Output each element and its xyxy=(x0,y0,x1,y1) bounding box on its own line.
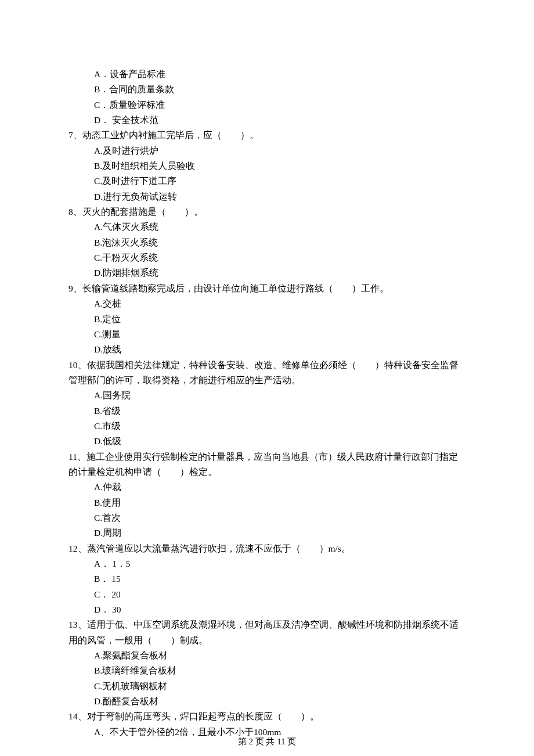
q9-option-b: B.定位 xyxy=(68,312,466,327)
page-footer: 第 2 页 共 11 页 xyxy=(0,735,534,750)
q8-option-d: D.防烟排烟系统 xyxy=(68,265,466,280)
q7-option-b: B.及时组织相关人员验收 xyxy=(68,159,466,174)
q12-option-a: A． 1．5 xyxy=(68,556,466,571)
q11-option-d: D.周期 xyxy=(68,525,466,541)
q11-option-a: A.仲裁 xyxy=(68,480,466,495)
q13-option-d: D.酚醛复合板材 xyxy=(68,694,466,709)
q10-option-d: D.低级 xyxy=(68,434,466,449)
q12-option-b: B． 15 xyxy=(68,571,466,586)
q8-option-c: C.干粉灭火系统 xyxy=(68,250,466,265)
q6-option-d: D． 安全技术范 xyxy=(68,113,466,128)
q13-stem: 13、适用于低、中压空调系统及潮湿环境，但对高压及洁净空调、酸碱性环境和防排烟系… xyxy=(68,617,466,648)
q11-stem: 11、施工企业使用实行强制检定的计量器具，应当向当地县（市）级人民政府计量行政部… xyxy=(68,449,466,480)
q8-option-b: B.泡沫灭火系统 xyxy=(68,235,466,250)
q12-stem: 12、蒸汽管道应以大流量蒸汽进行吹扫，流速不应低于（ ）m/s。 xyxy=(68,541,466,556)
q10-option-c: C.市级 xyxy=(68,419,466,434)
q12-option-c: C． 20 xyxy=(68,587,466,602)
q7-option-a: A.及时进行烘炉 xyxy=(68,143,466,159)
q9-option-a: A.交桩 xyxy=(68,296,466,311)
q9-stem: 9、长输管道线路勘察完成后，由设计单位向施工单位进行路线（ ）工作。 xyxy=(68,281,466,296)
q9-option-d: D.放线 xyxy=(68,342,466,357)
q13-option-a: A.聚氨酯复合板材 xyxy=(68,648,466,663)
q10-option-a: A.国务院 xyxy=(68,388,466,403)
q10-stem: 10、依据我国相关法律规定，特种设备安装、改造、维修单位必须经（ ）特种设备安全… xyxy=(68,358,466,388)
q6-option-b: B．合同的质量条款 xyxy=(68,82,466,97)
q8-option-a: A.气体灭火系统 xyxy=(68,219,466,235)
q11-option-c: C.首次 xyxy=(68,510,466,525)
q9-option-c: C.测量 xyxy=(68,327,466,342)
q6-option-c: C．质量验评标准 xyxy=(68,98,466,113)
q11-option-b: B.使用 xyxy=(68,495,466,510)
q7-stem: 7、动态工业炉内衬施工完毕后，应（ ）。 xyxy=(68,128,466,143)
document-page: A．设备产品标准 B．合同的质量条款 C．质量验评标准 D． 安全技术范 7、动… xyxy=(0,0,534,756)
q7-option-d: D.进行无负荷试运转 xyxy=(68,189,466,204)
q8-stem: 8、灭火的配套措施是（ ）。 xyxy=(68,204,466,219)
q13-option-c: C.无机玻璃钢板材 xyxy=(68,679,466,694)
q12-option-d: D． 30 xyxy=(68,602,466,617)
q6-option-a: A．设备产品标准 xyxy=(68,67,466,82)
q7-option-c: C.及时进行下道工序 xyxy=(68,174,466,189)
q14-stem: 14、对于弯制的高压弯头，焊口距起弯点的长度应（ ）。 xyxy=(68,709,466,724)
q13-option-b: B.玻璃纤维复合板材 xyxy=(68,663,466,678)
q10-option-b: B.省级 xyxy=(68,404,466,419)
